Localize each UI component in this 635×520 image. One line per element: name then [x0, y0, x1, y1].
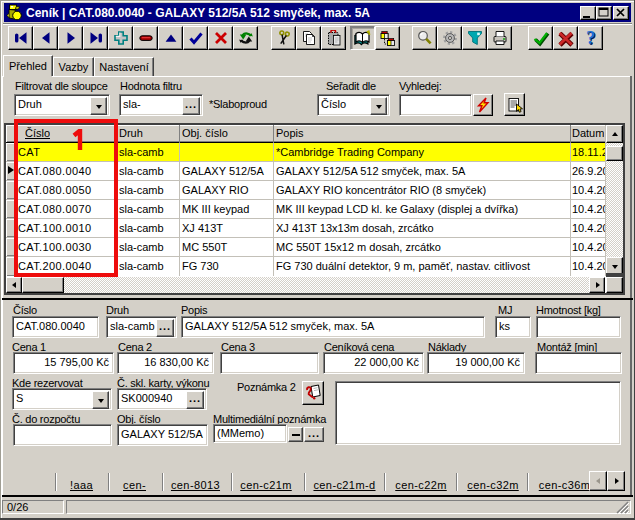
svg-text:?: ?: [586, 30, 596, 47]
